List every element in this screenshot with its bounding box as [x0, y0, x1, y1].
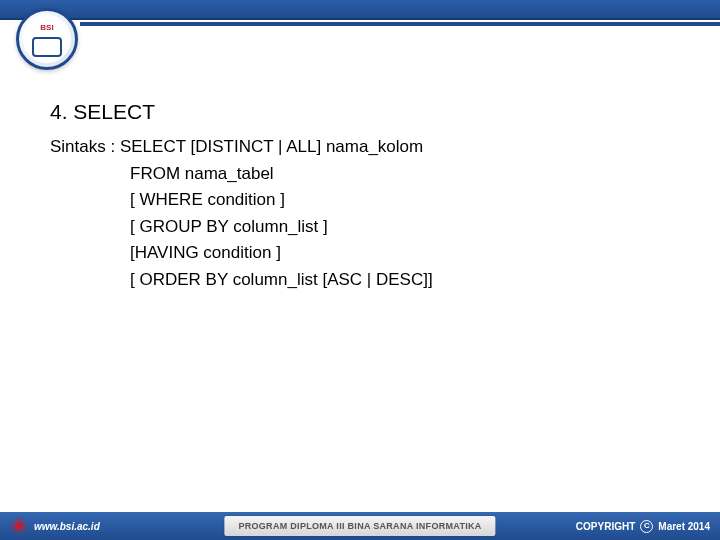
footer-program-badge: PROGRAM DIPLOMA III BINA SARANA INFORMAT… [224, 516, 495, 536]
syntax-line-1: Sintaks : SELECT [DISTINCT | ALL] nama_k… [50, 134, 670, 160]
syntax-line-6: [ ORDER BY column_list [ASC | DESC]] [50, 267, 670, 293]
institution-logo: BSI [16, 8, 78, 70]
header-bar [0, 0, 720, 20]
footer-left: www.bsi.ac.id [10, 517, 100, 535]
footer-copyright: COPYRIGHT C Maret 2014 [576, 520, 710, 533]
logo-inner: BSI [23, 15, 71, 63]
copyright-date: Maret 2014 [658, 521, 710, 532]
footer-bar: www.bsi.ac.id PROGRAM DIPLOMA III BINA S… [0, 512, 720, 540]
footer-url: www.bsi.ac.id [34, 521, 100, 532]
syntax-line-3: [ WHERE condition ] [50, 187, 670, 213]
copyright-icon: C [640, 520, 653, 533]
slide-content: 4. SELECT Sintaks : SELECT [DISTINCT | A… [50, 100, 670, 293]
logo-mark-icon [32, 37, 62, 57]
logo-text: BSI [40, 23, 53, 32]
syntax-line-2: FROM nama_tabel [50, 161, 670, 187]
starburst-icon [10, 517, 28, 535]
section-heading: 4. SELECT [50, 100, 670, 124]
header-accent-stripe [80, 22, 720, 26]
syntax-line-4: [ GROUP BY column_list ] [50, 214, 670, 240]
syntax-line-5: [HAVING condition ] [50, 240, 670, 266]
copyright-label: COPYRIGHT [576, 521, 635, 532]
